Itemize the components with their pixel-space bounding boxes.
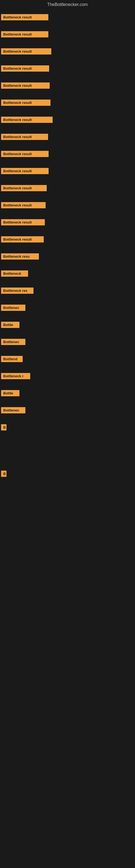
result-row (1, 446, 134, 456)
result-row: Bottle (1, 317, 134, 334)
result-row: Bottleneck result (1, 43, 134, 61)
result-row (1, 502, 134, 512)
bottleneck-result-label[interactable]: Bottleneck result (1, 117, 53, 123)
result-row: B (1, 466, 134, 483)
bottleneck-result-label[interactable]: Bottleneck result (1, 65, 49, 72)
result-row: Bottleneck result (1, 26, 134, 43)
result-row: Bottle (1, 385, 134, 402)
bottleneck-result-label[interactable]: Bottleneck resu (1, 253, 39, 259)
result-row: Bottleneck result (1, 61, 134, 78)
result-row: Bottleneck result (1, 112, 134, 129)
bottleneck-result-label[interactable]: Bottlenec (1, 407, 26, 413)
bottleneck-result-label[interactable]: Bottleneck result (1, 83, 50, 89)
result-row: Bottlenec (1, 300, 134, 317)
page-container: TheBottlenecker.com Bottleneck resultBot… (0, 0, 135, 522)
result-row (1, 512, 134, 522)
bottleneck-result-label[interactable]: Bottleneck result (1, 99, 50, 106)
bottleneck-result-label[interactable]: Bottleneck result (1, 151, 49, 157)
results-list: Bottleneck resultBottleneck resultBottle… (1, 9, 134, 522)
bottleneck-result-label[interactable]: Bottleneck result (1, 185, 47, 191)
bottleneck-result-label[interactable]: Bottleneck (1, 271, 28, 277)
bottleneck-result-label[interactable]: B (1, 471, 6, 477)
bottleneck-result-label[interactable]: Bottleneck res (1, 287, 34, 294)
result-row (1, 436, 134, 446)
bottleneck-result-label[interactable]: Bottlend (1, 356, 23, 362)
result-row: Bottleneck r (1, 368, 134, 385)
bottleneck-result-label[interactable]: Bottleneck result (1, 219, 45, 225)
result-row: Bottleneck result (1, 95, 134, 112)
bottleneck-result-label[interactable]: Bottleneck result (1, 14, 48, 20)
result-row: Bottleneck result (1, 197, 134, 214)
bottleneck-result-label[interactable]: Bottleneck result (1, 31, 48, 37)
result-row: Bottleneck result (1, 214, 134, 231)
result-row: Bottleneck result (1, 9, 134, 26)
bottleneck-result-label[interactable]: Bottlenec (1, 339, 26, 345)
bottleneck-result-label[interactable]: Bottleneck r (1, 373, 30, 379)
result-row: Bottleneck (1, 266, 134, 283)
bottleneck-result-label[interactable]: Bottlenec (1, 305, 26, 311)
result-row: Bottlenec (1, 334, 134, 351)
result-row: Bottleneck result (1, 129, 134, 146)
result-row: Bottleneck resu (1, 248, 134, 266)
bottleneck-result-label[interactable]: B (1, 424, 6, 431)
result-row: Bottlend (1, 351, 134, 368)
bottleneck-result-label[interactable]: Bottle (1, 390, 19, 396)
bottleneck-result-label[interactable]: Bottleneck result (1, 134, 48, 140)
result-row: B (1, 420, 134, 436)
site-title: TheBottlenecker.com (1, 0, 134, 9)
result-row (1, 493, 134, 502)
bottleneck-result-label[interactable]: Bottleneck result (1, 202, 46, 208)
bottleneck-result-label[interactable]: Bottleneck result (1, 168, 49, 174)
result-row (1, 456, 134, 466)
result-row: Bottleneck result (1, 146, 134, 163)
result-row: Bottleneck result (1, 163, 134, 180)
result-row: Bottlenec (1, 402, 134, 420)
bottleneck-result-label[interactable]: Bottle (1, 322, 19, 328)
result-row: Bottleneck result (1, 180, 134, 197)
bottleneck-result-label[interactable]: Bottleneck result (1, 236, 44, 243)
result-row (1, 483, 134, 493)
bottleneck-result-label[interactable]: Bottleneck result (1, 48, 51, 55)
result-row: Bottleneck result (1, 78, 134, 95)
result-row: Bottleneck result (1, 231, 134, 248)
result-row: Bottleneck res (1, 283, 134, 300)
